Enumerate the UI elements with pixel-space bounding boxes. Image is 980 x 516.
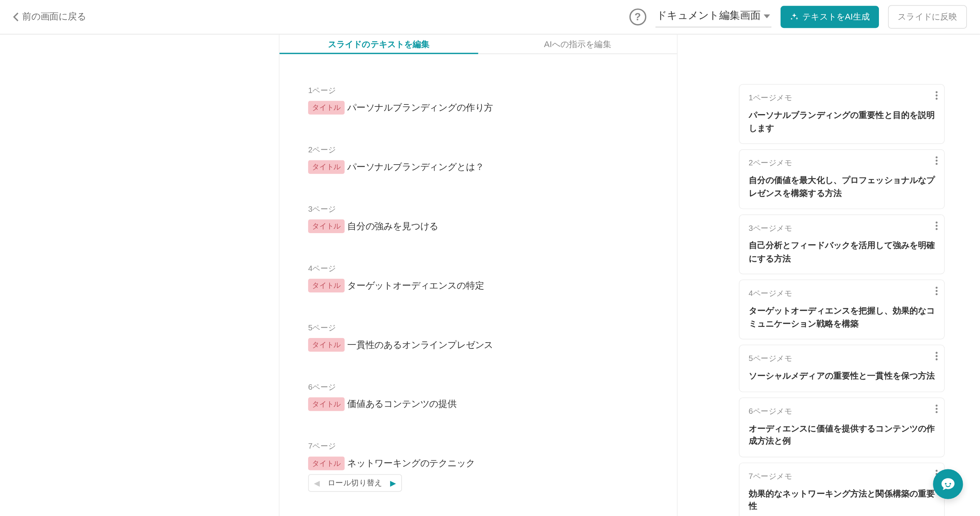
title-tag: タイトル xyxy=(308,160,345,174)
memo-card[interactable]: 3ページメモ自己分析とフィードバックを活用して強みを明確にする方法 xyxy=(739,214,945,274)
title-row[interactable]: タイトルパーソナルブランディングとは？ xyxy=(308,160,648,174)
title-tag: タイトル xyxy=(308,338,345,352)
tab-edit-instructions[interactable]: AIへの指示を編集 xyxy=(478,34,677,54)
sparkle-icon xyxy=(789,12,799,21)
role-switch[interactable]: ◀ロール切り替え▶ xyxy=(308,474,402,492)
title-tag: タイトル xyxy=(308,457,345,470)
memo-card[interactable]: 5ページメモソーシャルメディアの重要性と一貫性を保つ方法 xyxy=(739,345,945,392)
memo-text: ターゲットオーディエンスを把握し、効果的なコミュニケーション戦略を構築 xyxy=(749,304,935,330)
memo-text: 自己分析とフィードバックを活用して強みを明確にする方法 xyxy=(749,239,935,265)
page-number: 1ページ xyxy=(308,85,648,96)
page-block: 1ページタイトルパーソナルブランディングの作り方 xyxy=(308,85,648,115)
title-row[interactable]: タイトルターゲットオーディエンスの特定 xyxy=(308,279,648,292)
chevron-right-icon[interactable]: ▶ xyxy=(390,478,396,488)
page-block: 4ページタイトルターゲットオーディエンスの特定 xyxy=(308,263,648,293)
memo-text: ソーシャルメディアの重要性と一貫性を保つ方法 xyxy=(749,369,935,382)
title-text: パーソナルブランディングの作り方 xyxy=(347,102,493,114)
title-row[interactable]: タイトル自分の強みを見つける xyxy=(308,220,648,234)
header: 前の画面に戻る ? ドキュメント編集画面 テキストをAI生成 スライドに反映 xyxy=(0,0,980,34)
svg-point-0 xyxy=(945,483,946,485)
title-row[interactable]: タイトルパーソナルブランディングの作り方 xyxy=(308,101,648,115)
title-row[interactable]: タイトル価値あるコンテンツの提供 xyxy=(308,397,648,411)
tab-edit-text-label: スライドのテキストを編集 xyxy=(328,38,430,50)
page-block: 3ページタイトル自分の強みを見つける xyxy=(308,204,648,234)
more-icon[interactable] xyxy=(936,91,938,100)
main-column: スライドのテキストを編集 AIへの指示を編集 1ページタイトルパーソナルブランデ… xyxy=(279,34,678,516)
more-icon[interactable] xyxy=(936,352,938,360)
page-number: 6ページ xyxy=(308,382,648,393)
chevron-left-icon xyxy=(13,12,19,21)
title-text: ターゲットオーディエンスの特定 xyxy=(347,280,484,292)
view-label: ドキュメント編集画面 xyxy=(657,9,761,23)
header-right: ? ドキュメント編集画面 テキストをAI生成 スライドに反映 xyxy=(629,5,967,29)
svg-point-1 xyxy=(949,483,951,485)
memo-text: 効果的なネットワーキング方法と関係構築の重要性 xyxy=(749,487,935,512)
back-label: 前の画面に戻る xyxy=(22,11,86,23)
memo-text: 自分の価値を最大化し、プロフェッショナルなプレゼンスを構築する方法 xyxy=(749,174,935,199)
main-body[interactable]: 1ページタイトルパーソナルブランディングの作り方2ページタイトルパーソナルブラン… xyxy=(279,54,677,516)
title-row[interactable]: タイトル一貫性のあるオンラインプレゼンス xyxy=(308,338,648,352)
chat-fab[interactable] xyxy=(933,469,963,499)
ai-generate-label: テキストをAI生成 xyxy=(802,11,870,23)
tab-edit-text[interactable]: スライドのテキストを編集 xyxy=(279,34,478,54)
role-switch-label: ロール切り替え xyxy=(328,478,382,489)
left-gap xyxy=(0,34,279,516)
title-tag: タイトル xyxy=(308,397,345,411)
title-tag: タイトル xyxy=(308,101,345,115)
page-block: 2ページタイトルパーソナルブランディングとは？ xyxy=(308,145,648,174)
memo-label: 3ページメモ xyxy=(749,223,935,234)
memo-card[interactable]: 7ページメモ効果的なネットワーキング方法と関係構築の重要性 xyxy=(739,462,945,516)
memo-column: 1ページメモパーソナルブランディングの重要性と目的を説明します2ページメモ自分の… xyxy=(739,34,945,516)
memo-label: 7ページメモ xyxy=(749,471,935,482)
title-text: 自分の強みを見つける xyxy=(347,220,438,232)
apply-label: スライドに反映 xyxy=(898,12,957,22)
page-number: 5ページ xyxy=(308,322,648,333)
memo-label: 4ページメモ xyxy=(749,288,935,299)
memo-card[interactable]: 2ページメモ自分の価値を最大化し、プロフェッショナルなプレゼンスを構築する方法 xyxy=(739,149,945,209)
title-text: 一貫性のあるオンラインプレゼンス xyxy=(347,339,493,351)
page-block: 7ページタイトルネットワーキングのテクニック◀ロール切り替え▶ xyxy=(308,441,648,492)
help-icon[interactable]: ? xyxy=(629,8,646,25)
title-tag: タイトル xyxy=(308,220,345,234)
memo-card[interactable]: 4ページメモターゲットオーディエンスを把握し、効果的なコミュニケーション戦略を構… xyxy=(739,279,945,340)
title-text: 価値あるコンテンツの提供 xyxy=(347,398,457,410)
chat-icon xyxy=(940,476,956,492)
more-icon[interactable] xyxy=(936,222,938,230)
memo-text: パーソナルブランディングの重要性と目的を説明します xyxy=(749,109,935,134)
more-icon[interactable] xyxy=(936,156,938,165)
page-block: 5ページタイトル一貫性のあるオンラインプレゼンス xyxy=(308,322,648,352)
memo-label: 2ページメモ xyxy=(749,158,935,169)
page-number: 7ページ xyxy=(308,441,648,452)
page-number: 3ページ xyxy=(308,204,648,215)
memo-text: オーディエンスに価値を提供するコンテンツの作成方法と例 xyxy=(749,422,935,447)
back-button[interactable]: 前の画面に戻る xyxy=(13,11,86,23)
chevron-down-icon xyxy=(763,14,770,18)
page-number: 2ページ xyxy=(308,145,648,156)
page-number: 4ページ xyxy=(308,263,648,274)
tab-edit-instructions-label: AIへの指示を編集 xyxy=(544,38,611,50)
more-icon[interactable] xyxy=(936,287,938,295)
title-text: ネットワーキングのテクニック xyxy=(347,458,475,470)
content: スライドのテキストを編集 AIへの指示を編集 1ページタイトルパーソナルブランデ… xyxy=(0,34,980,516)
apply-slides-button[interactable]: スライドに反映 xyxy=(888,5,967,29)
title-row[interactable]: タイトルネットワーキングのテクニック xyxy=(308,457,648,470)
chevron-left-icon[interactable]: ◀ xyxy=(314,478,320,488)
memo-label: 6ページメモ xyxy=(749,405,935,416)
title-tag: タイトル xyxy=(308,279,345,292)
ai-generate-button[interactable]: テキストをAI生成 xyxy=(780,6,879,28)
more-icon[interactable] xyxy=(936,404,938,413)
view-selector[interactable]: ドキュメント編集画面 xyxy=(655,7,771,27)
page-block: 6ページタイトル価値あるコンテンツの提供 xyxy=(308,382,648,411)
memo-card[interactable]: 6ページメモオーディエンスに価値を提供するコンテンツの作成方法と例 xyxy=(739,397,945,457)
memo-label: 5ページメモ xyxy=(749,353,935,364)
title-text: パーソナルブランディングとは？ xyxy=(347,161,484,173)
tabs: スライドのテキストを編集 AIへの指示を編集 xyxy=(279,34,677,54)
memo-card[interactable]: 1ページメモパーソナルブランディングの重要性と目的を説明します xyxy=(739,84,945,144)
memo-label: 1ページメモ xyxy=(749,93,935,104)
